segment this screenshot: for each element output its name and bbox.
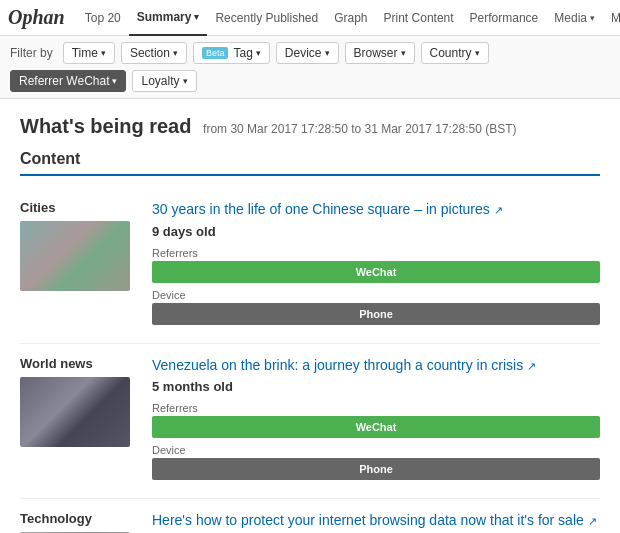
filter-browser[interactable]: Browser ▾ (345, 42, 415, 64)
item-title-tech[interactable]: Here's how to protect your internet brow… (152, 511, 600, 531)
item-left-world: World news (20, 356, 140, 487)
section-arrow: ▾ (173, 48, 178, 58)
device-section-world: Device Phone (152, 444, 600, 480)
device-label-cities: Device (152, 289, 600, 301)
item-thumbnail-cities (20, 221, 130, 291)
item-category: Cities (20, 200, 140, 215)
referrers-section-world: Referrers WeChat (152, 402, 600, 438)
referrers-label-world: Referrers (152, 402, 600, 414)
nav-media[interactable]: Media ▾ (546, 0, 603, 36)
nav-graph[interactable]: Graph (326, 0, 375, 36)
filter-by-label: Filter by (10, 46, 53, 60)
item-thumbnail-world (20, 377, 130, 447)
device-bar-phone-cities: Phone (152, 303, 600, 325)
list-item: Technology Here's how to protect your in… (20, 499, 600, 533)
page-title: What's being read from 30 Mar 2017 17:28… (20, 115, 600, 138)
external-link-icon: ↗ (527, 360, 536, 372)
summary-dropdown-arrow: ▾ (194, 12, 199, 22)
filter-tag[interactable]: Beta Tag ▾ (193, 42, 270, 64)
filter-device[interactable]: Device ▾ (276, 42, 339, 64)
loyalty-arrow: ▾ (183, 76, 188, 86)
beta-badge: Beta (202, 47, 229, 59)
filter-referrer[interactable]: Referrer WeChat ▾ (10, 70, 126, 92)
nav-performance[interactable]: Performance (462, 0, 547, 36)
logo[interactable]: Ophan (8, 6, 65, 29)
filter-section[interactable]: Section ▾ (121, 42, 187, 64)
external-link-icon: ↗ (588, 515, 597, 527)
item-left-tech: Technology (20, 511, 140, 533)
nav-more[interactable]: More ▾ (603, 0, 620, 36)
media-dropdown-arrow: ▾ (590, 13, 595, 23)
filter-loyalty[interactable]: Loyalty ▾ (132, 70, 196, 92)
device-arrow: ▾ (325, 48, 330, 58)
filter-country[interactable]: Country ▾ (421, 42, 489, 64)
nav-top20[interactable]: Top 20 (77, 0, 129, 36)
nav-recently-published[interactable]: Recently Published (207, 0, 326, 36)
main-content: What's being read from 30 Mar 2017 17:28… (0, 99, 620, 533)
list-item: Cities 30 years in the life of one Chine… (20, 188, 600, 344)
item-right-world: Venezuela on the brink: a journey throug… (152, 356, 600, 487)
device-bar-track-world: Phone (152, 458, 600, 480)
device-label-world: Device (152, 444, 600, 456)
time-arrow: ▾ (101, 48, 106, 58)
referrer-arrow: ▾ (112, 76, 117, 86)
item-right-tech: Here's how to protect your internet brow… (152, 511, 600, 533)
referrers-bar-wechat-cities: WeChat (152, 261, 600, 283)
item-age-cities: 9 days old (152, 224, 600, 239)
browser-arrow: ▾ (401, 48, 406, 58)
country-arrow: ▾ (475, 48, 480, 58)
item-category: World news (20, 356, 140, 371)
item-category: Technology (20, 511, 140, 526)
nav-print-content[interactable]: Print Content (376, 0, 462, 36)
item-right-cities: 30 years in the life of one Chinese squa… (152, 200, 600, 331)
item-title-cities[interactable]: 30 years in the life of one Chinese squa… (152, 200, 600, 220)
filter-time[interactable]: Time ▾ (63, 42, 115, 64)
referrers-bar-wechat-world: WeChat (152, 416, 600, 438)
tag-arrow: ▾ (256, 48, 261, 58)
device-bar-track-cities: Phone (152, 303, 600, 325)
item-age-world: 5 months old (152, 379, 600, 394)
referrers-bar-track-cities: WeChat (152, 261, 600, 283)
item-left-cities: Cities (20, 200, 140, 331)
device-bar-phone-world: Phone (152, 458, 600, 480)
referrers-label-cities: Referrers (152, 247, 600, 259)
top-nav: Ophan Top 20 Summary ▾ Recently Publishe… (0, 0, 620, 36)
item-title-world[interactable]: Venezuela on the brink: a journey throug… (152, 356, 600, 376)
section-header: Content (20, 150, 600, 176)
external-link-icon: ↗ (494, 204, 503, 216)
referrers-bar-track-world: WeChat (152, 416, 600, 438)
device-section-cities: Device Phone (152, 289, 600, 325)
list-item: World news Venezuela on the brink: a jou… (20, 344, 600, 500)
referrers-section-cities: Referrers WeChat (152, 247, 600, 283)
filter-bar: Filter by Time ▾ Section ▾ Beta Tag ▾ De… (0, 36, 620, 99)
nav-summary[interactable]: Summary ▾ (129, 0, 208, 36)
